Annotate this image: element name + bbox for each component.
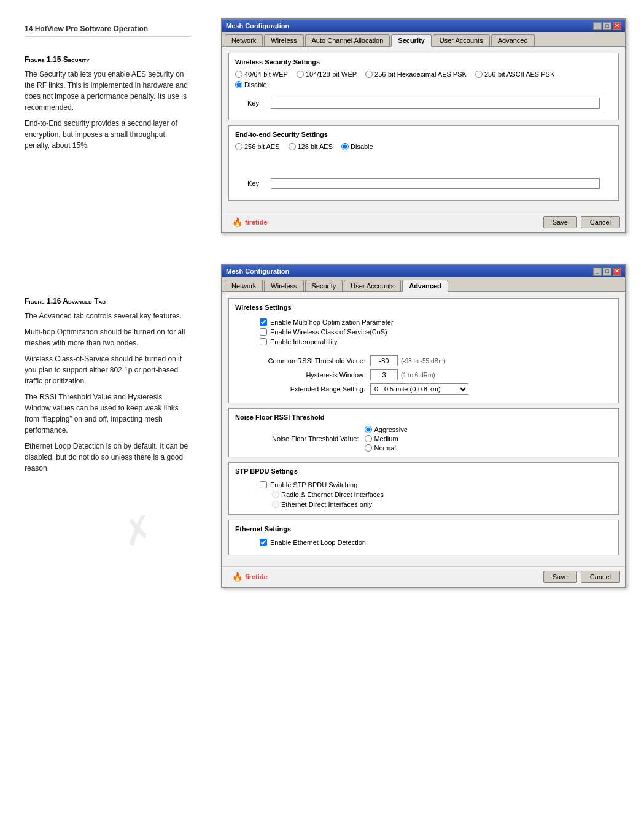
extended-range-select[interactable]: 0 - 0.5 mile (0-0.8 km) 0.5 - 1 mile (0.…: [370, 383, 468, 395]
cb-stp-bpdu-input[interactable]: [260, 481, 267, 488]
cancel-button-1[interactable]: Cancel: [581, 216, 620, 228]
rssi-label: Common RSSI Threshold Value:: [235, 357, 370, 364]
hysteresis-row: Hysteresis Window: (1 to 6 dRm): [235, 369, 612, 380]
noise-floor-threshold-label: Noise Floor Threshold Value:: [272, 435, 359, 442]
page-container: 14 HotView Pro Software Operation Figure…: [0, 0, 644, 840]
tab2-security[interactable]: Security: [305, 280, 343, 291]
radio-disable[interactable]: Disable: [235, 81, 267, 88]
noise-floor-grid: Noise Floor Threshold Value: Aggressive …: [235, 426, 612, 452]
flame-icon-1: 🔥: [232, 217, 242, 227]
tab2-advanced[interactable]: Advanced: [402, 280, 448, 292]
cancel-button-2[interactable]: Cancel: [581, 571, 620, 583]
ethernet-settings-section: Ethernet Settings Enable Ethernet Loop D…: [228, 520, 619, 555]
dialog-1-titlebar: Mesh Configuration _ □ ✕: [222, 20, 625, 32]
cb-eth-loop-input[interactable]: [260, 539, 267, 546]
radio-normal[interactable]: Normal: [365, 444, 407, 452]
spacer-1: [25, 156, 190, 279]
tab-security[interactable]: Security: [391, 34, 431, 47]
wireless-key-input[interactable]: [271, 98, 600, 109]
cb-multihop-label: Enable Multi hop Optimization Parameter: [270, 318, 394, 326]
extended-range-row: Extended Range Setting: 0 - 0.5 mile (0-…: [235, 383, 612, 395]
extended-range-label: Extended Range Setting:: [235, 385, 370, 393]
radio-256-hex-aes[interactable]: 256-bit Hexadecimal AES PSK: [365, 71, 467, 78]
figure-1-15-title: Figure 1.15 Security: [25, 55, 190, 64]
ethernet-settings-title: Ethernet Settings: [235, 525, 612, 533]
radio-104-128-wep-input[interactable]: [297, 71, 304, 78]
radio-normal-input[interactable]: [365, 444, 372, 452]
tab2-user-accounts[interactable]: User Accounts: [344, 280, 401, 291]
close-button-2[interactable]: ✕: [613, 268, 621, 276]
cb-interop-label: Enable Interoperability: [270, 338, 337, 345]
radio-128-aes-input[interactable]: [289, 143, 296, 150]
radio-256-aes[interactable]: 256 bit AES: [235, 143, 280, 150]
firetide-logo-1: 🔥 firetide: [227, 215, 273, 229]
close-button[interactable]: ✕: [613, 22, 621, 30]
dialog-2-buttons: Save Cancel: [543, 571, 620, 583]
rssi-input[interactable]: [370, 355, 398, 366]
minimize-button[interactable]: _: [593, 22, 602, 30]
watermark-area: ✗: [25, 479, 190, 552]
radio-medium-label: Medium: [374, 435, 398, 442]
dialog-1-titlebar-buttons: _ □ ✕: [593, 22, 621, 30]
radio-256-ascii-aes-label: 256-bit ASCII AES PSK: [484, 71, 554, 78]
radio-128-aes[interactable]: 128 bit AES: [289, 143, 333, 150]
tab-advanced[interactable]: Advanced: [491, 34, 535, 46]
end-to-end-key-input[interactable]: [271, 178, 600, 189]
minimize-button-2[interactable]: _: [593, 268, 602, 276]
firetide-text-1: firetide: [245, 218, 268, 226]
radio-eth-only[interactable]: Ethernet Direct Interfaces only: [272, 501, 588, 508]
wireless-security-radio-row: 40/64-bit WEP 104/128-bit WEP 256-bit He…: [235, 71, 612, 78]
radio-medium-input[interactable]: [365, 435, 372, 442]
wireless-key-row: Key:: [235, 94, 612, 112]
wireless-checkboxes: Enable Multi hop Optimization Parameter …: [235, 316, 612, 350]
radio-end-disable-input[interactable]: [341, 143, 349, 150]
radio-256-ascii-aes-input[interactable]: [475, 71, 483, 78]
cb-interop: Enable Interoperability: [260, 338, 588, 345]
tab-wireless[interactable]: Wireless: [264, 34, 303, 46]
figure-1-16-para3: Wireless Class-of-Service should be turn…: [25, 353, 190, 387]
dialog-2-body: Wireless Settings Enable Multi hop Optim…: [222, 292, 625, 566]
radio-256-aes-label: 256 bit AES: [244, 143, 280, 150]
radio-256-hex-aes-label: 256-bit Hexadecimal AES PSK: [374, 71, 467, 78]
save-button-1[interactable]: Save: [543, 216, 577, 228]
noise-floor-radios: Aggressive Medium Normal: [365, 426, 407, 452]
tab-user-accounts[interactable]: User Accounts: [433, 34, 490, 46]
stp-bpdu-content: Enable STP BPDU Switching Radio & Ethern…: [235, 480, 612, 509]
noise-floor-section: Noise Floor RSSI Threshold Noise Floor T…: [228, 408, 619, 457]
figure-1-16-para2: Multi-hop Optimization should be turned …: [25, 326, 190, 349]
maximize-button-2[interactable]: □: [603, 268, 611, 276]
dialog-2-advanced: Mesh Configuration _ □ ✕ Network Wireles…: [221, 264, 626, 588]
disable-row: Disable: [235, 81, 612, 88]
radio-104-128-wep[interactable]: 104/128-bit WEP: [297, 71, 357, 78]
radio-40-64-wep[interactable]: 40/64-bit WEP: [235, 71, 288, 78]
cb-multihop-input[interactable]: [260, 318, 267, 326]
cb-interop-input[interactable]: [260, 338, 267, 345]
radio-radio-eth[interactable]: Radio & Ethernet Direct Interfaces: [272, 491, 588, 498]
radio-disable-input[interactable]: [235, 81, 242, 88]
radio-radio-eth-input[interactable]: [272, 491, 279, 498]
tab2-wireless[interactable]: Wireless: [264, 280, 303, 291]
radio-aggressive-input[interactable]: [365, 426, 372, 433]
cb-cos-input[interactable]: [260, 328, 267, 336]
wireless-security-title: Wireless Security Settings: [235, 58, 612, 66]
radio-256-hex-aes-input[interactable]: [365, 71, 373, 78]
cb-multihop: Enable Multi hop Optimization Parameter: [260, 318, 588, 326]
radio-40-64-wep-input[interactable]: [235, 71, 242, 78]
radio-aggressive[interactable]: Aggressive: [365, 426, 407, 433]
wireless-security-section: Wireless Security Settings 40/64-bit WEP…: [228, 53, 619, 120]
hysteresis-input[interactable]: [370, 369, 398, 380]
radio-256-aes-input[interactable]: [235, 143, 242, 150]
radio-256-ascii-aes[interactable]: 256-bit ASCII AES PSK: [475, 71, 554, 78]
cb-eth-loop: Enable Ethernet Loop Detection: [260, 539, 588, 546]
radio-medium[interactable]: Medium: [365, 435, 407, 442]
radio-end-disable[interactable]: Disable: [341, 143, 373, 150]
tab-network[interactable]: Network: [225, 34, 263, 46]
tab2-network[interactable]: Network: [225, 280, 263, 291]
tab-auto-channel[interactable]: Auto Channel Allocation: [305, 34, 390, 46]
maximize-button[interactable]: □: [603, 22, 611, 30]
radio-eth-only-input[interactable]: [272, 501, 279, 508]
save-button-2[interactable]: Save: [543, 571, 577, 583]
rssi-row: Common RSSI Threshold Value: (-93 to -55…: [235, 355, 612, 366]
figure-1-16-para5: Ethernet Loop Detection is on by default…: [25, 441, 190, 474]
cb-stp-bpdu: Enable STP BPDU Switching: [260, 481, 588, 488]
